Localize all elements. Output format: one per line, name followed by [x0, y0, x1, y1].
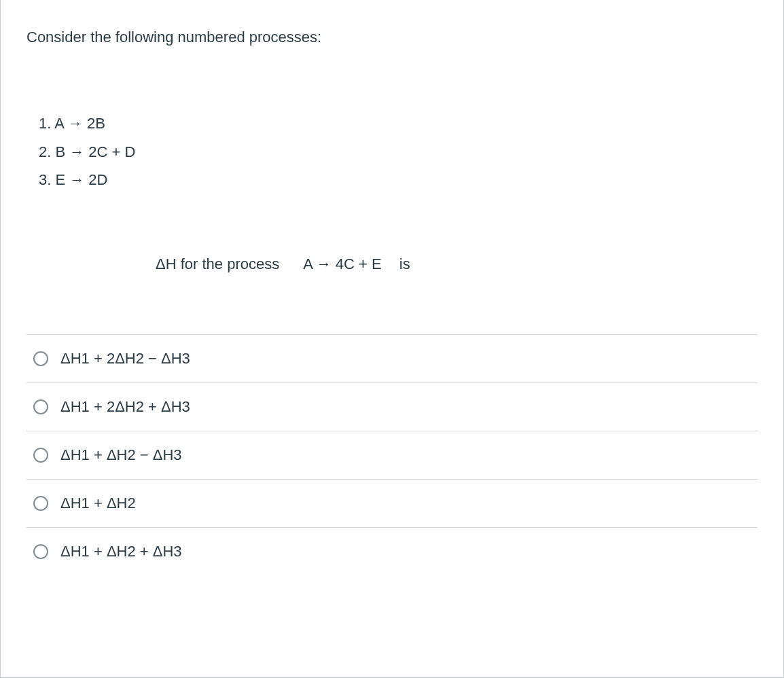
- option-row[interactable]: ΔH1 + ΔH2 − ΔH3: [26, 431, 758, 480]
- radio-icon: [33, 399, 48, 414]
- delta-h-label: ΔH for the process: [156, 255, 279, 272]
- process-item-2: 2. B → 2C + D: [39, 138, 758, 166]
- option-label: ΔH1 + ΔH2: [60, 495, 136, 512]
- question-intro: Consider the following numbered processe…: [26, 27, 758, 48]
- radio-icon: [33, 448, 48, 463]
- delta-h-question: ΔH for the process A → 4C + E is: [26, 255, 758, 273]
- process-item-1: 1. A → 2B: [39, 109, 758, 138]
- option-label: ΔH1 + 2ΔH2 − ΔH3: [60, 350, 190, 368]
- option-row[interactable]: ΔH1 + 2ΔH2 + ΔH3: [26, 383, 758, 431]
- option-label: ΔH1 + ΔH2 − ΔH3: [60, 446, 182, 464]
- options-list: ΔH1 + 2ΔH2 − ΔH3 ΔH1 + 2ΔH2 + ΔH3 ΔH1 + …: [26, 334, 758, 575]
- option-row[interactable]: ΔH1 + 2ΔH2 − ΔH3: [26, 335, 758, 383]
- process-list: 1. A → 2B 2. B → 2C + D 3. E → 2D: [39, 109, 758, 194]
- process-item-3: 3. E → 2D: [39, 166, 758, 194]
- option-row[interactable]: ΔH1 + ΔH2: [26, 480, 758, 528]
- option-label: ΔH1 + ΔH2 + ΔH3: [60, 543, 182, 560]
- delta-h-process: A → 4C + E: [303, 255, 382, 272]
- radio-icon: [33, 351, 48, 366]
- question-container: Consider the following numbered processe…: [0, 0, 784, 678]
- radio-icon: [33, 544, 48, 559]
- option-row[interactable]: ΔH1 + ΔH2 + ΔH3: [26, 528, 758, 575]
- delta-h-suffix: is: [399, 255, 410, 272]
- option-label: ΔH1 + 2ΔH2 + ΔH3: [60, 398, 190, 416]
- radio-icon: [33, 496, 48, 511]
